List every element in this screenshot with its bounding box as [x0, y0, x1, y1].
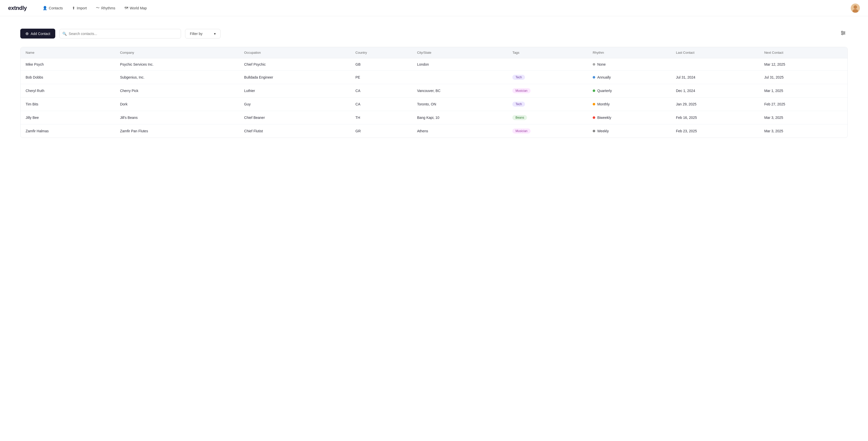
cell-next-contact: Mar 3, 2025 — [759, 111, 847, 124]
cell-next-contact: Feb 27, 2025 — [759, 98, 847, 111]
cell-last-contact: Jan 29, 2025 — [671, 98, 759, 111]
cell-city-state: Bang Kapi, 10 — [412, 111, 507, 124]
cell-last-contact: Dec 1, 2024 — [671, 84, 759, 98]
cell-company: Psychic Services Inc. — [115, 58, 239, 71]
tag-badge: Tech — [512, 102, 525, 107]
cell-rhythm: Weekly — [588, 124, 671, 138]
col-name: Name — [21, 47, 115, 58]
avatar[interactable] — [851, 4, 860, 13]
nav-link-world-map[interactable]: 🗺 World Map — [121, 4, 150, 12]
filter-button[interactable]: Filter by ▾ — [185, 29, 221, 38]
cell-name: Jilly Bee — [21, 111, 115, 124]
rhythm-label: Monthly — [597, 102, 610, 106]
cell-tags — [507, 58, 588, 71]
cell-occupation: Chief Beaner — [239, 111, 350, 124]
col-next-contact: Next Contact — [759, 47, 847, 58]
cell-country: TH — [350, 111, 412, 124]
svg-point-8 — [842, 34, 843, 35]
search-container: 🔍 — [59, 29, 181, 38]
cell-country: CA — [350, 98, 412, 111]
app-logo: extndly — [8, 5, 27, 11]
cell-name: Mike Psych — [21, 58, 115, 71]
tag-badge: Beans — [512, 115, 527, 120]
svg-point-1 — [854, 5, 857, 9]
cell-occupation: Guy — [239, 98, 350, 111]
cell-occupation: Chief Flutist — [239, 124, 350, 138]
cell-occupation: Chief Psychic — [239, 58, 350, 71]
table-row[interactable]: Tim Bits Dork Guy CA Toronto, ON Tech Mo… — [21, 98, 847, 111]
cell-occupation: Bulldada Engineer — [239, 71, 350, 84]
nav-link-world-map-label: World Map — [130, 6, 147, 10]
main-content: ⊕ Add Contact 🔍 Filter by ▾ — [0, 16, 868, 150]
svg-point-6 — [842, 31, 843, 32]
cell-next-contact: Jul 31, 2025 — [759, 71, 847, 84]
cell-company: Dork — [115, 98, 239, 111]
table-row[interactable]: Cheryl Ruth Cherry Pick Luthier CA Vanco… — [21, 84, 847, 98]
search-icon: 🔍 — [62, 32, 67, 36]
cell-city-state: Athens — [412, 124, 507, 138]
cell-rhythm: Quarterly — [588, 84, 671, 98]
cell-tags: Musician — [507, 84, 588, 98]
cell-company: Cherry Pick — [115, 84, 239, 98]
cell-country: GB — [350, 58, 412, 71]
cell-rhythm: Biweekly — [588, 111, 671, 124]
table-row[interactable]: Mike Psych Psychic Services Inc. Chief P… — [21, 58, 847, 71]
nav-link-import-label: Import — [77, 6, 87, 10]
cell-tags: Tech — [507, 98, 588, 111]
cell-name: Zamfir Halmas — [21, 124, 115, 138]
cell-last-contact: Feb 16, 2025 — [671, 111, 759, 124]
cell-tags: Tech — [507, 71, 588, 84]
table-row[interactable]: Jilly Bee Jill's Beans Chief Beaner TH B… — [21, 111, 847, 124]
cell-tags: Musician — [507, 124, 588, 138]
cell-rhythm: Monthly — [588, 98, 671, 111]
rhythm-label: Annually — [597, 75, 611, 79]
cell-rhythm: Annually — [588, 71, 671, 84]
add-contact-button[interactable]: ⊕ Add Contact — [20, 29, 55, 38]
rhythm-dot — [593, 63, 595, 66]
nav-links: 👤 Contacts ⬆ Import 〜 Rhythms 🗺 World Ma… — [39, 4, 851, 12]
rhythm-label: Weekly — [597, 129, 609, 133]
cell-last-contact — [671, 58, 759, 71]
col-occupation: Occupation — [239, 47, 350, 58]
cell-name: Bob Dobbs — [21, 71, 115, 84]
cell-occupation: Luthier — [239, 84, 350, 98]
contacts-table: Name Company Occupation Country City/Sta… — [21, 47, 847, 137]
chevron-down-icon: ▾ — [214, 32, 216, 36]
nav-link-rhythms[interactable]: 〜 Rhythms — [92, 4, 119, 12]
contacts-table-container: Name Company Occupation Country City/Sta… — [20, 47, 848, 138]
toolbar: ⊕ Add Contact 🔍 Filter by ▾ — [20, 28, 848, 39]
cell-next-contact: Mar 12, 2025 — [759, 58, 847, 71]
cell-city-state — [412, 71, 507, 84]
settings-button[interactable] — [839, 28, 848, 39]
nav-link-import[interactable]: ⬆ Import — [68, 4, 91, 12]
col-company: Company — [115, 47, 239, 58]
rhythms-icon: 〜 — [96, 6, 100, 10]
cell-country: PE — [350, 71, 412, 84]
rhythm-dot — [593, 130, 595, 132]
tag-badge: Tech — [512, 75, 525, 80]
nav-link-contacts-label: Contacts — [49, 6, 63, 10]
table-header: Name Company Occupation Country City/Sta… — [21, 47, 847, 58]
world-map-icon: 🗺 — [124, 6, 128, 10]
col-rhythm: Rhythm — [588, 47, 671, 58]
cell-rhythm: None — [588, 58, 671, 71]
rhythm-dot — [593, 90, 595, 92]
cell-company: Subgenius, Inc. — [115, 71, 239, 84]
cell-last-contact: Feb 23, 2025 — [671, 124, 759, 138]
table-row[interactable]: Bob Dobbs Subgenius, Inc. Bulldada Engin… — [21, 71, 847, 84]
navbar: extndly 👤 Contacts ⬆ Import 〜 Rhythms 🗺 … — [0, 0, 868, 16]
nav-link-contacts[interactable]: 👤 Contacts — [39, 4, 66, 12]
add-contact-label: Add Contact — [31, 32, 50, 36]
rhythm-label: Quarterly — [597, 89, 612, 93]
add-icon: ⊕ — [25, 31, 29, 36]
col-city-state: City/State — [412, 47, 507, 58]
col-country: Country — [350, 47, 412, 58]
svg-point-7 — [844, 32, 845, 34]
table-row[interactable]: Zamfir Halmas Zamfir Pan Flutes Chief Fl… — [21, 124, 847, 138]
search-input[interactable] — [59, 29, 181, 38]
cell-city-state: Vancouver, BC — [412, 84, 507, 98]
cell-company: Jill's Beans — [115, 111, 239, 124]
cell-tags: Beans — [507, 111, 588, 124]
rhythm-label: Biweekly — [597, 116, 611, 120]
rhythm-label: None — [597, 62, 606, 66]
